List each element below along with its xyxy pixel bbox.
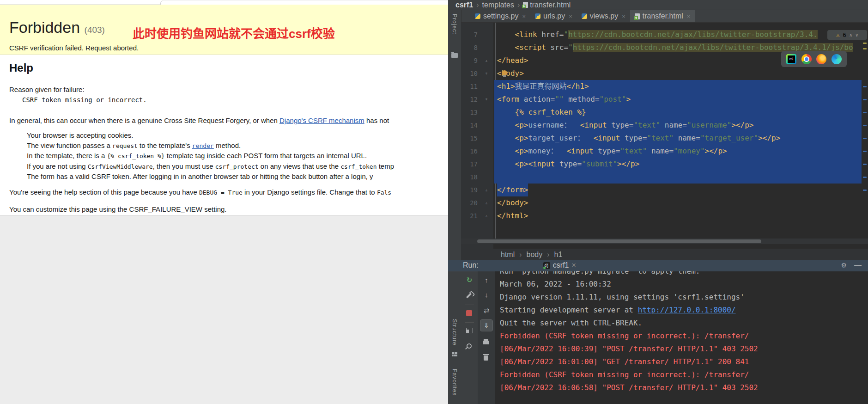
fold-icon[interactable]: ▵ (485, 54, 488, 67)
intro-paragraph: In general, this can occur when there is… (9, 116, 447, 124)
fold-icon[interactable]: ▿ (485, 67, 488, 80)
edge-icon[interactable] (832, 54, 842, 64)
fold-icon[interactable]: ▵ (485, 184, 488, 196)
code-line-14[interactable]: 14 <p>username： <input type="text" name=… (461, 119, 868, 132)
pycharm-icon[interactable]: PC (786, 54, 796, 64)
breadcrumb-item[interactable]: templates (482, 1, 514, 9)
hide-icon[interactable]: — (854, 261, 862, 269)
pin-icon[interactable] (466, 343, 473, 350)
django-csrf-link[interactable]: render (192, 142, 214, 149)
code-line-15[interactable]: 15 <p>target_user： <input type="text" na… (461, 132, 868, 145)
html-file-icon: H (523, 2, 528, 8)
structure-breadcrumb: html›body›h1 (461, 249, 868, 260)
line-number: 16 (461, 145, 478, 158)
page-title: Forbidden (403) (9, 18, 105, 37)
fold-icon[interactable]: ▵ (485, 209, 488, 222)
help-bullets: Your browser is accepting cookies.The vi… (18, 130, 448, 182)
wrench-icon[interactable] (466, 293, 472, 298)
code-line-19[interactable]: 19▵</form> (461, 184, 868, 196)
structure-icon[interactable] (452, 352, 457, 357)
tab-close-icon[interactable]: × (687, 13, 691, 20)
tab-close-icon[interactable]: × (569, 13, 572, 20)
html-file-icon: H (635, 13, 640, 19)
intention-bulb-icon[interactable] (502, 70, 507, 76)
line-number: 13 (461, 106, 478, 119)
run-toolbar-left: ↻ (461, 271, 478, 404)
selection-stripe-mark (863, 151, 867, 152)
up-arrow-icon[interactable]: ↑ (478, 276, 495, 284)
code-line-17[interactable]: 17 <p><input type="submit"></p> (461, 158, 868, 171)
console-line: Run 'python manage.py migrate' to apply … (500, 271, 868, 278)
code-text: {% csrf_token %} (497, 106, 586, 119)
bullet-item: The form has a valid CSRF token. After l… (27, 171, 448, 182)
fold-icon[interactable]: ▿ (485, 93, 488, 106)
firefox-icon[interactable] (816, 54, 826, 64)
gear-icon[interactable]: ⚙ (841, 262, 847, 269)
bullet-item: The view function passes a request to th… (27, 141, 448, 151)
structure-breadcrumb-item[interactable]: html (501, 251, 515, 259)
code-line-7[interactable]: 7 <link href="https://cdn.bootcdn.net/aj… (461, 28, 868, 41)
down-arrow-icon[interactable]: ↓ (478, 291, 495, 299)
tab-close-icon[interactable]: × (622, 13, 625, 20)
close-icon[interactable]: × (571, 261, 576, 269)
console-link[interactable]: http://127.0.0.1:8000/ (638, 306, 736, 314)
line-number: 10 (461, 67, 478, 80)
code-line-21[interactable]: 21▵</html> (461, 209, 868, 222)
restore-layout-icon[interactable] (466, 328, 473, 333)
horizontal-scrollbar[interactable] (477, 239, 761, 243)
tab-close-icon[interactable]: × (522, 13, 526, 20)
file-tab-views-py[interactable]: views.py× (577, 10, 630, 22)
clear-console-icon[interactable] (484, 355, 488, 361)
line-number: 19 (461, 184, 478, 196)
customize-paragraph: You can customize this page using the CS… (9, 205, 227, 213)
breadcrumb-item[interactable]: csrf1 (455, 1, 473, 9)
chrome-icon[interactable] (801, 54, 812, 64)
tool-button-favorites[interactable]: Favorites (451, 369, 458, 396)
inspection-widget[interactable]: ⚠ 6 ∧ ∨ (827, 30, 867, 40)
console-line: Django version 1.11.11, using settings '… (500, 291, 868, 304)
selection-stripe-mark (863, 177, 867, 178)
code-line-10[interactable]: 10▿<body> (461, 67, 868, 80)
line-number: 17 (461, 158, 478, 171)
console-line: Forbidden (CSRF token missing or incorre… (500, 330, 868, 343)
tool-window-bar: Project Structure Favorites ★ (448, 10, 461, 404)
error-stripe-mark[interactable] (863, 48, 867, 49)
run-tab[interactable]: dj csrf1 × (543, 261, 576, 269)
file-tab-transfer-html[interactable]: Htransfer.html× (630, 10, 695, 22)
rerun-icon[interactable]: ↻ (461, 276, 478, 284)
print-icon[interactable] (483, 341, 489, 344)
chevron-up-icon[interactable]: ∧ (850, 32, 852, 37)
selection-stripe-mark (863, 190, 867, 191)
code-line-16[interactable]: 16 <p>money： <input type="text" name="mo… (461, 145, 868, 158)
run-console[interactable]: Run 'python manage.py migrate' to apply … (495, 271, 868, 404)
code-text: </body> (497, 196, 528, 209)
structure-breadcrumb-item[interactable]: h1 (554, 251, 563, 259)
folder-icon[interactable] (451, 53, 458, 58)
code-line-18[interactable]: 18 (461, 171, 868, 184)
selection-stripe-mark (863, 125, 867, 126)
fold-icon[interactable]: ▵ (485, 196, 488, 209)
line-number: 15 (461, 132, 478, 145)
stop-icon[interactable] (466, 310, 472, 316)
tool-button-project[interactable]: Project (451, 14, 458, 34)
annotation-note: 此时使用钓鱼网站就不会通过csrf校验 (133, 24, 335, 41)
bullet-item: If you are not using CsrfViewMiddleware,… (27, 161, 448, 172)
python-file-icon (535, 13, 540, 19)
error-stripe-mark[interactable] (863, 43, 867, 44)
tool-button-structure[interactable]: Structure (451, 319, 458, 346)
django-csrf-link[interactable]: Django's CSRF mechanism (279, 116, 364, 124)
code-line-12[interactable]: 12▿<form action="" method="post"> (461, 93, 868, 106)
structure-breadcrumb-item[interactable]: body (527, 251, 543, 259)
selection-stripe-mark (863, 112, 867, 113)
breadcrumb-item[interactable]: Htransfer.html (523, 1, 571, 9)
scroll-to-end-icon[interactable]: ⇓ (480, 319, 493, 331)
file-tab-settings-py[interactable]: settings.py× (470, 10, 530, 22)
file-tab-urls-py[interactable]: urls.py× (530, 10, 577, 22)
code-line-20[interactable]: 20▵</body> (461, 196, 868, 209)
code-line-13[interactable]: 13 {% csrf_token %} (461, 106, 868, 119)
code-editor[interactable]: 7 <link href="https://cdn.bootcdn.net/aj… (461, 23, 868, 249)
console-line: Forbidden (CSRF token missing or incorre… (500, 368, 868, 381)
code-line-11[interactable]: 11<h1>我是正真得网站</h1> (461, 80, 868, 93)
soft-wrap-icon[interactable]: ⇄ (478, 306, 495, 315)
chevron-down-icon[interactable]: ∨ (856, 32, 858, 37)
